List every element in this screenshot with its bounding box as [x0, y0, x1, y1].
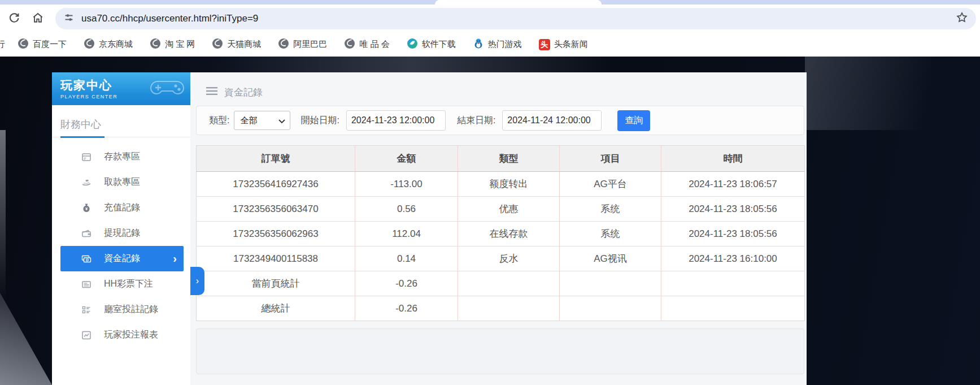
globe-icon — [344, 38, 355, 51]
sidebar-menu: 存款專區 取款專區 ¥ 充值記錄 提現記錄 資金記錄 › HH彩票下注 — [52, 144, 190, 348]
wallet-icon — [80, 228, 93, 239]
ticket-list-icon — [80, 279, 93, 290]
table-row: 1732349400115838 0.14 反水 AG视讯 2024-11-23… — [197, 246, 805, 271]
withdraw-hand-icon — [80, 177, 93, 188]
search-button[interactable]: 查詢 — [617, 110, 650, 131]
pagination-bar — [196, 328, 804, 374]
chevron-right-icon: › — [196, 276, 199, 286]
home-button[interactable] — [28, 9, 47, 28]
sidebar-header: 玩家中心 PLAYERS CENTER — [52, 72, 190, 105]
globe-icon — [212, 38, 223, 51]
background-streak — [805, 57, 980, 130]
reload-icon — [8, 11, 20, 26]
moneybag-icon: ¥ — [80, 202, 93, 214]
sidebar-item-cashout-records[interactable]: 提現記錄 — [52, 220, 190, 246]
deposit-card-icon — [80, 152, 93, 163]
funds-table: 訂單號 金額 類型 項目 時間 1732356416927436 -113.00… — [196, 145, 805, 321]
type-select[interactable]: 全部 — [234, 111, 290, 130]
bookmark-star-icon[interactable] — [956, 11, 968, 26]
globe-icon — [278, 38, 289, 51]
bookmarks-bar: 行 百度一下 京东商城 淘 宝 网 天猫商城 阿里巴巴 唯 品 会 软件下载 热… — [0, 32, 980, 57]
sidebar-section-title: 財務中心 — [52, 105, 190, 131]
background-streak — [0, 243, 52, 385]
background-streak — [215, 57, 610, 72]
sidebar-item-hall-bet-records[interactable]: 廳室投註記錄 — [52, 297, 190, 322]
breadcrumb: 資金記錄 — [190, 72, 807, 99]
bookmark-toutiao-news[interactable]: 头 头条新闻 — [539, 39, 588, 50]
background-streak — [0, 130, 6, 300]
browser-tab-strip — [0, 0, 980, 5]
sidebar-item-withdraw[interactable]: 取款專區 — [52, 170, 190, 195]
bookmark-partial[interactable]: 行 — [0, 39, 5, 50]
section-divider — [52, 137, 190, 137]
software-download-icon — [407, 38, 418, 51]
col-amount: 金額 — [355, 146, 458, 172]
bookmark-vip[interactable]: 唯 品 会 — [344, 38, 389, 51]
globe-icon — [18, 38, 29, 51]
bookmark-alibaba[interactable]: 阿里巴巴 — [278, 38, 327, 51]
sidebar-item-deposit[interactable]: 存款專區 — [52, 144, 190, 170]
col-time: 時間 — [661, 146, 805, 172]
type-label: 類型: — [209, 115, 229, 127]
sidebar-item-funds-records[interactable]: 資金記錄 › — [60, 246, 184, 271]
table-header-row: 訂單號 金額 類型 項目 時間 — [197, 146, 805, 172]
bookmark-tmall[interactable]: 天猫商城 — [212, 38, 261, 51]
page-title: 資金記錄 — [224, 86, 263, 99]
hall-list-icon — [80, 304, 93, 315]
chevron-down-icon — [278, 116, 285, 126]
browser-tab[interactable] — [435, 0, 602, 5]
globe-icon — [150, 38, 161, 51]
bookmark-jd[interactable]: 京东商城 — [84, 38, 133, 51]
home-icon — [32, 11, 44, 26]
banknotes-icon — [80, 253, 93, 265]
page-background: 玩家中心 PLAYERS CENTER 財務中心 存款專區 取款專區 ¥ 充值記… — [0, 57, 980, 385]
gamepad-icon — [147, 76, 187, 102]
menu-icon[interactable] — [206, 86, 217, 98]
sidebar: 玩家中心 PLAYERS CENTER 財務中心 存款專區 取款專區 ¥ 充值記… — [52, 72, 190, 385]
col-type: 類型 — [458, 146, 560, 172]
report-chart-icon — [80, 330, 93, 341]
start-date-input[interactable] — [346, 110, 446, 131]
toutiao-news-icon: 头 — [539, 39, 550, 50]
game-penguin-icon — [473, 38, 484, 51]
summary-row-page: 當前頁統計 -0.26 — [197, 271, 805, 296]
bookmark-baidu[interactable]: 百度一下 — [18, 38, 67, 51]
summary-row-total: 總統計 -0.26 — [197, 296, 805, 321]
site-info-icon[interactable] — [63, 12, 75, 25]
table-row: 1732356356062963 112.04 在线存款 系统 2024-11-… — [197, 222, 805, 246]
filter-bar: 類型: 全部 開始日期: 結束日期: 查詢 — [196, 106, 804, 135]
table-row: 1732356356063470 0.56 优惠 系统 2024-11-23 1… — [197, 197, 805, 222]
browser-toolbar: usa70.cc/hhcp/usercenter.html?iniType=9 — [0, 5, 980, 32]
sidebar-item-recharge-records[interactable]: ¥ 充值記錄 — [52, 195, 190, 220]
reload-button[interactable] — [5, 9, 24, 28]
col-project: 項目 — [560, 146, 661, 172]
bookmark-hot-games[interactable]: 热门游戏 — [473, 38, 522, 51]
globe-icon — [84, 38, 95, 51]
sidebar-item-player-bet-report[interactable]: 玩家投注報表 — [52, 322, 190, 348]
chevron-right-icon: › — [173, 252, 177, 265]
table-row: 1732356416927436 -113.00 额度转出 AG平台 2024-… — [197, 172, 805, 197]
bookmark-software-download[interactable]: 软件下载 — [407, 38, 456, 51]
bookmark-taobao[interactable]: 淘 宝 网 — [150, 38, 195, 51]
start-date-label: 開始日期: — [300, 115, 339, 127]
sidebar-item-hh-lottery-bets[interactable]: HH彩票下注 — [52, 271, 190, 297]
end-date-input[interactable] — [502, 110, 602, 131]
end-date-label: 結束日期: — [457, 115, 495, 127]
url-bar[interactable]: usa70.cc/hhcp/usercenter.html?iniType=9 — [55, 8, 976, 29]
url-text[interactable]: usa70.cc/hhcp/usercenter.html?iniType=9 — [81, 13, 956, 24]
main-content: 資金記錄 類型: 全部 開始日期: 結束日期: 查詢 訂單號 金額 類型 項目 … — [190, 72, 807, 385]
col-order: 訂單號 — [197, 146, 355, 172]
sidebar-collapse-toggle[interactable]: › — [190, 267, 204, 295]
